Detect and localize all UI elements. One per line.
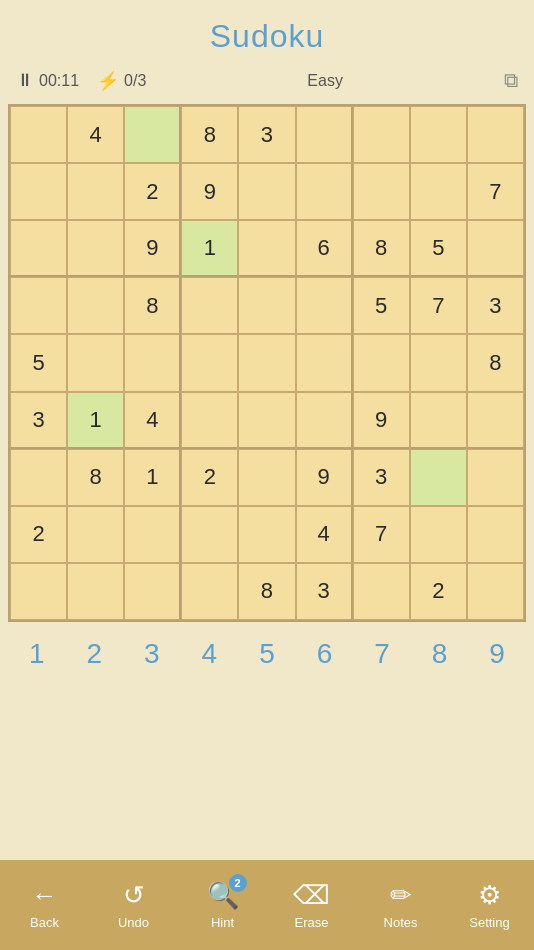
grid-cell-0-2[interactable]: [124, 106, 181, 163]
grid-cell-2-0[interactable]: [10, 220, 67, 277]
grid-cell-5-0[interactable]: 3: [10, 392, 67, 449]
grid-cell-7-3[interactable]: [181, 506, 238, 563]
grid-cell-0-6[interactable]: [353, 106, 410, 163]
cell-value: 3: [261, 122, 273, 148]
grid-cell-7-7[interactable]: [410, 506, 467, 563]
grid-cell-2-1[interactable]: [67, 220, 124, 277]
grid-cell-1-6[interactable]: [353, 163, 410, 220]
numpad-btn-3[interactable]: 3: [128, 638, 176, 670]
grid-cell-8-0[interactable]: [10, 563, 67, 620]
grid-cell-3-0[interactable]: [10, 277, 67, 334]
bottom-btn-undo[interactable]: ↺Undo: [94, 880, 174, 930]
grid-cell-8-3[interactable]: [181, 563, 238, 620]
grid-cell-5-7[interactable]: [410, 392, 467, 449]
grid-cell-0-7[interactable]: [410, 106, 467, 163]
copy-button[interactable]: ⧉: [504, 69, 518, 92]
grid-cell-3-2[interactable]: 8: [124, 277, 181, 334]
numpad-btn-7[interactable]: 7: [358, 638, 406, 670]
grid-cell-7-1[interactable]: [67, 506, 124, 563]
grid-cell-6-2[interactable]: 1: [124, 449, 181, 506]
grid-cell-4-8[interactable]: 8: [467, 334, 524, 391]
grid-cell-2-6[interactable]: 8: [353, 220, 410, 277]
grid-cell-2-4[interactable]: [238, 220, 295, 277]
numpad-btn-8[interactable]: 8: [416, 638, 464, 670]
grid-cell-2-3[interactable]: 1: [181, 220, 238, 277]
grid-cell-3-3[interactable]: [181, 277, 238, 334]
grid-cell-7-5[interactable]: 4: [296, 506, 353, 563]
grid-cell-0-8[interactable]: [467, 106, 524, 163]
grid-cell-6-5[interactable]: 9: [296, 449, 353, 506]
grid-cell-4-0[interactable]: 5: [10, 334, 67, 391]
grid-cell-4-4[interactable]: [238, 334, 295, 391]
grid-cell-2-7[interactable]: 5: [410, 220, 467, 277]
grid-cell-3-8[interactable]: 3: [467, 277, 524, 334]
grid-cell-4-6[interactable]: [353, 334, 410, 391]
numpad-btn-2[interactable]: 2: [70, 638, 118, 670]
grid-cell-5-3[interactable]: [181, 392, 238, 449]
numpad-btn-5[interactable]: 5: [243, 638, 291, 670]
grid-cell-5-6[interactable]: 9: [353, 392, 410, 449]
grid-cell-6-0[interactable]: [10, 449, 67, 506]
grid-cell-7-6[interactable]: 7: [353, 506, 410, 563]
grid-cell-0-4[interactable]: 3: [238, 106, 295, 163]
bottom-btn-back[interactable]: ←Back: [5, 880, 85, 930]
grid-cell-6-7[interactable]: [410, 449, 467, 506]
grid-cell-6-4[interactable]: [238, 449, 295, 506]
grid-cell-1-1[interactable]: [67, 163, 124, 220]
bottom-btn-setting[interactable]: ⚙Setting: [450, 880, 530, 930]
grid-cell-8-2[interactable]: [124, 563, 181, 620]
grid-cell-0-5[interactable]: [296, 106, 353, 163]
grid-cell-4-3[interactable]: [181, 334, 238, 391]
numpad-btn-1[interactable]: 1: [13, 638, 61, 670]
grid-cell-4-7[interactable]: [410, 334, 467, 391]
pause-timer[interactable]: ⏸ 00:11: [16, 70, 79, 91]
hint-badge: 2: [229, 874, 247, 892]
grid-cell-8-5[interactable]: 3: [296, 563, 353, 620]
grid-cell-1-2[interactable]: 2: [124, 163, 181, 220]
grid-cell-0-3[interactable]: 8: [181, 106, 238, 163]
grid-cell-2-5[interactable]: 6: [296, 220, 353, 277]
grid-cell-6-6[interactable]: 3: [353, 449, 410, 506]
grid-cell-4-2[interactable]: [124, 334, 181, 391]
grid-cell-3-1[interactable]: [67, 277, 124, 334]
grid-cell-3-5[interactable]: [296, 277, 353, 334]
grid-cell-7-2[interactable]: [124, 506, 181, 563]
grid-cell-1-7[interactable]: [410, 163, 467, 220]
grid-cell-8-7[interactable]: 2: [410, 563, 467, 620]
grid-cell-8-8[interactable]: [467, 563, 524, 620]
grid-cell-7-0[interactable]: 2: [10, 506, 67, 563]
numpad-btn-4[interactable]: 4: [185, 638, 233, 670]
grid-cell-8-6[interactable]: [353, 563, 410, 620]
grid-cell-0-0[interactable]: [10, 106, 67, 163]
grid-cell-3-4[interactable]: [238, 277, 295, 334]
grid-cell-1-8[interactable]: 7: [467, 163, 524, 220]
grid-cell-6-8[interactable]: [467, 449, 524, 506]
numpad-btn-6[interactable]: 6: [301, 638, 349, 670]
grid-cell-5-8[interactable]: [467, 392, 524, 449]
grid-cell-6-3[interactable]: 2: [181, 449, 238, 506]
bottom-btn-erase[interactable]: ⌫Erase: [272, 880, 352, 930]
grid-cell-6-1[interactable]: 8: [67, 449, 124, 506]
grid-cell-5-4[interactable]: [238, 392, 295, 449]
grid-cell-4-5[interactable]: [296, 334, 353, 391]
grid-cell-3-6[interactable]: 5: [353, 277, 410, 334]
grid-cell-2-2[interactable]: 9: [124, 220, 181, 277]
numpad-btn-9[interactable]: 9: [473, 638, 521, 670]
grid-cell-1-4[interactable]: [238, 163, 295, 220]
grid-cell-5-2[interactable]: 4: [124, 392, 181, 449]
grid-cell-1-0[interactable]: [10, 163, 67, 220]
grid-cell-2-8[interactable]: [467, 220, 524, 277]
grid-cell-3-7[interactable]: 7: [410, 277, 467, 334]
grid-cell-7-8[interactable]: [467, 506, 524, 563]
bottom-btn-hint[interactable]: 🔍2Hint: [183, 880, 263, 930]
grid-cell-5-5[interactable]: [296, 392, 353, 449]
grid-cell-8-1[interactable]: [67, 563, 124, 620]
grid-cell-7-4[interactable]: [238, 506, 295, 563]
grid-cell-0-1[interactable]: 4: [67, 106, 124, 163]
bottom-btn-notes[interactable]: ✏Notes: [361, 880, 441, 930]
grid-cell-1-5[interactable]: [296, 163, 353, 220]
grid-cell-1-3[interactable]: 9: [181, 163, 238, 220]
grid-cell-4-1[interactable]: [67, 334, 124, 391]
grid-cell-8-4[interactable]: 8: [238, 563, 295, 620]
grid-cell-5-1[interactable]: 1: [67, 392, 124, 449]
